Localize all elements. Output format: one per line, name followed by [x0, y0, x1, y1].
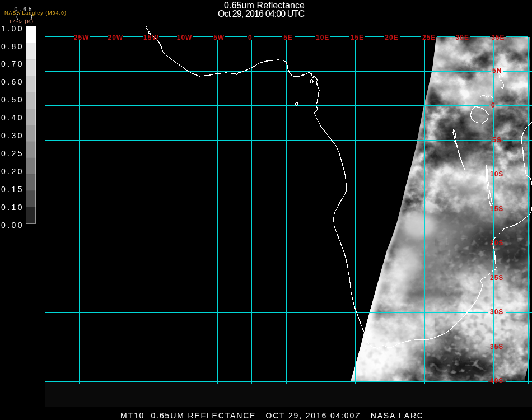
svg-text:5W: 5W	[213, 34, 225, 41]
svg-text:0.25: 0.25	[1, 149, 22, 158]
svg-text:0: 0	[248, 34, 253, 41]
svg-text:0.30: 0.30	[1, 131, 22, 140]
svg-text:5E: 5E	[283, 34, 293, 41]
svg-text:35S: 35S	[490, 343, 503, 351]
svg-text:25S: 25S	[490, 274, 503, 282]
svg-text:15E: 15E	[351, 34, 364, 41]
svg-text:0.50: 0.50	[1, 95, 22, 104]
svg-text:1.00: 1.00	[1, 24, 22, 33]
svg-text:10E: 10E	[316, 34, 329, 41]
svg-text:30S: 30S	[490, 308, 503, 316]
svg-text:15S: 15S	[490, 205, 503, 213]
svg-text:10W: 10W	[177, 34, 193, 41]
svg-text:0.80: 0.80	[1, 42, 22, 51]
svg-text:5N: 5N	[492, 67, 502, 74]
svg-text:MT10 0.65UM REFLECTANCE OCT: MT10 0.65UM REFLECTANCE OCT 29, 2016 04:…	[120, 411, 423, 420]
svg-text:0: 0	[491, 101, 496, 109]
svg-text:0.15: 0.15	[1, 185, 22, 194]
svg-text:30E: 30E	[456, 34, 469, 41]
svg-text:25W: 25W	[74, 34, 90, 41]
svg-text:0.20: 0.20	[1, 167, 22, 176]
svg-text:5S: 5S	[492, 136, 502, 144]
svg-text:20S: 20S	[490, 239, 503, 247]
svg-text:20W: 20W	[108, 34, 123, 41]
svg-text:40S: 40S	[490, 377, 503, 385]
svg-text:35E: 35E	[491, 34, 505, 41]
svg-text:0.60: 0.60	[1, 77, 22, 86]
svg-text:NASA Langley (M04.0): NASA Langley (M04.0)	[4, 10, 66, 16]
svg-text:0.00: 0.00	[1, 221, 22, 230]
svg-text:0.70: 0.70	[1, 59, 22, 68]
svg-text:25E: 25E	[422, 34, 436, 41]
svg-text:15W: 15W	[143, 34, 159, 41]
svg-text:T4-5 (K): T4-5 (K)	[9, 18, 33, 24]
svg-text:0.40: 0.40	[1, 113, 22, 122]
svg-text:20E: 20E	[385, 34, 398, 41]
svg-text:10S: 10S	[490, 170, 503, 178]
svg-text:Oct 29, 2016 04:00 UTC: Oct 29, 2016 04:00 UTC	[218, 9, 305, 18]
svg-text:0.10: 0.10	[1, 203, 22, 212]
